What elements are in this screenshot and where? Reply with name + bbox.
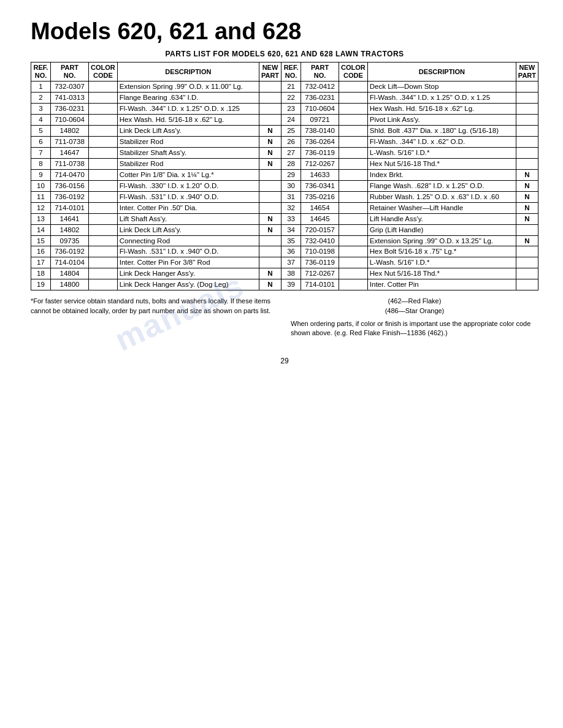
header-new-left: NEWPART [259, 63, 281, 82]
right-ref: 36 [282, 246, 301, 257]
left-ref: 13 [31, 213, 51, 224]
color-codes: (462—Red Flake) (486—Star Orange) [291, 297, 538, 316]
right-part: 736-0119 [301, 148, 339, 159]
right-color [339, 169, 368, 180]
table-row: 9714-0470Cotter Pin 1/8" Dia. x 1¼" Lg.*… [31, 169, 538, 180]
left-desc: Fl-Wash. .344" I.D. x 1.25" O.D. x .125 [117, 104, 259, 115]
table-row: 1732-0307Extension Spring .99" O.D. x 11… [31, 82, 538, 93]
right-ref: 33 [282, 213, 301, 224]
table-row: 514802Link Deck Lift Ass'y.N25738-0140Sh… [31, 126, 538, 137]
right-part: 738-0140 [301, 126, 339, 137]
right-part: 720-0157 [301, 224, 339, 235]
left-color [89, 235, 118, 246]
right-new [516, 158, 538, 169]
left-part: 714-0104 [51, 257, 89, 268]
right-desc: Inter. Cotter Pin [367, 279, 516, 290]
right-ref: 28 [282, 158, 301, 169]
table-row: 6711-0738Stabilizer RodN26736-0264Fl-Was… [31, 137, 538, 148]
header-desc-left: DESCRIPTION [117, 63, 259, 82]
left-new [259, 93, 281, 104]
left-part: 714-0470 [51, 169, 89, 180]
right-desc: L-Wash. 5/16" I.D.* [367, 257, 516, 268]
left-desc: Stabilizer Rod [117, 158, 259, 169]
left-part: 09735 [51, 235, 89, 246]
left-color [89, 137, 118, 148]
right-ref: 23 [282, 104, 301, 115]
subtitle: PARTS LIST FOR MODELS 620, 621 AND 628 L… [31, 50, 538, 58]
table-row: 1414802Link Deck Lift Ass'y.N34720-0157G… [31, 224, 538, 235]
table-row: 3736-0231Fl-Wash. .344" I.D. x 1.25" O.D… [31, 104, 538, 115]
left-part: 736-0192 [51, 246, 89, 257]
left-new: N [259, 126, 281, 137]
right-color [339, 235, 368, 246]
left-ref: 14 [31, 224, 51, 235]
header-part-left: PARTNO. [51, 63, 89, 82]
left-new: N [259, 268, 281, 279]
left-new [259, 191, 281, 202]
right-ref: 24 [282, 115, 301, 126]
header-part-right: PARTNO. [301, 63, 339, 82]
right-color [339, 224, 368, 235]
left-desc: Stabilizer Rod [117, 137, 259, 148]
left-new [259, 202, 281, 213]
left-new [259, 82, 281, 93]
table-row: 714647Stabilizer Shaft Ass'y.N27736-0119… [31, 148, 538, 159]
left-part: 710-0604 [51, 115, 89, 126]
right-ref: 22 [282, 93, 301, 104]
left-new [259, 180, 281, 191]
right-new: N [516, 180, 538, 191]
color-code-2: (486—Star Orange) [291, 306, 538, 316]
left-new [259, 246, 281, 257]
left-part: 714-0101 [51, 202, 89, 213]
right-color [339, 191, 368, 202]
right-part: 14633 [301, 169, 339, 180]
right-ref: 31 [282, 191, 301, 202]
right-ref: 35 [282, 235, 301, 246]
right-desc: Rubber Wash. 1.25" O.D. x .63" I.D. x .6… [367, 191, 516, 202]
right-new: N [516, 213, 538, 224]
right-desc: Extension Spring .99" O.D. x 13.25" Lg. [367, 235, 516, 246]
right-part: 710-0198 [301, 246, 339, 257]
right-part: 14645 [301, 213, 339, 224]
left-ref: 7 [31, 148, 51, 159]
left-new: N [259, 279, 281, 290]
right-color [339, 148, 368, 159]
left-color [89, 126, 118, 137]
right-desc: L-Wash. 5/16" I.D.* [367, 148, 516, 159]
right-desc: Pivot Link Ass'y. [367, 115, 516, 126]
footnote-left-text: *For faster service obtain standard nuts… [31, 297, 278, 316]
right-desc: Grip (Lift Handle) [367, 224, 516, 235]
right-new [516, 148, 538, 159]
right-ref: 26 [282, 137, 301, 148]
header-color-left: COLORCODE [89, 63, 118, 82]
parts-table: REF.NO. PARTNO. COLORCODE DESCRIPTION NE… [31, 62, 538, 290]
right-new [516, 115, 538, 126]
right-new [516, 93, 538, 104]
left-color [89, 202, 118, 213]
table-row: 1814804Link Deck Hanger Ass'y.N38712-026… [31, 268, 538, 279]
table-row: 1914800Link Deck Hanger Ass'y. (Dog Leg)… [31, 279, 538, 290]
right-part: 735-0216 [301, 191, 339, 202]
right-desc: Retainer Washer—Lift Handle [367, 202, 516, 213]
left-ref: 10 [31, 180, 51, 191]
left-color [89, 180, 118, 191]
left-desc: Flange Bearing .634" I.D. [117, 93, 259, 104]
left-ref: 2 [31, 93, 51, 104]
table-row: 12714-0101Inter. Cotter Pin .50" Dia.321… [31, 202, 538, 213]
right-color [339, 202, 368, 213]
left-ref: 19 [31, 279, 51, 290]
left-color [89, 93, 118, 104]
table-row: 17714-0104Inter. Cotter Pin For 3/8" Rod… [31, 257, 538, 268]
table-row: 16736-0192Fl-Wash. .531" I.D. x .940" O.… [31, 246, 538, 257]
left-new [259, 235, 281, 246]
left-part: 14804 [51, 268, 89, 279]
left-part: 14647 [51, 148, 89, 159]
left-part: 711-0738 [51, 158, 89, 169]
right-new [516, 246, 538, 257]
left-ref: 15 [31, 235, 51, 246]
right-color [339, 104, 368, 115]
left-part: 14802 [51, 224, 89, 235]
right-part: 736-0231 [301, 93, 339, 104]
right-new: N [516, 202, 538, 213]
left-color [89, 213, 118, 224]
